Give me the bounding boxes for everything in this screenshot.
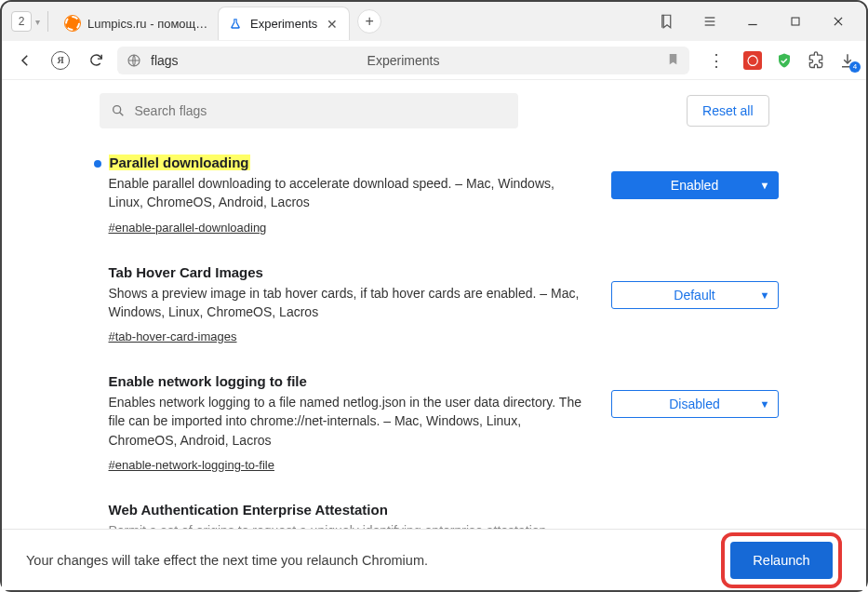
yandex-icon: Я bbox=[51, 51, 70, 70]
tab-count-badge[interactable]: 2 bbox=[11, 11, 32, 32]
svg-rect-4 bbox=[792, 18, 799, 25]
dropdown-label: Enabled bbox=[671, 178, 718, 193]
downloads-button[interactable]: 4 bbox=[838, 51, 857, 70]
flag-anchor-link[interactable]: #enable-parallel-downloading bbox=[109, 221, 267, 235]
chevron-down-icon: ▼ bbox=[760, 180, 770, 191]
flag-enable-network-logging-to-file: Enable network logging to file Enables n… bbox=[109, 360, 779, 489]
flag-description: Enable parallel downloading to accelerat… bbox=[109, 174, 593, 212]
flag-state-dropdown[interactable]: Disabled ▼ bbox=[611, 390, 779, 418]
more-menu-button[interactable]: ⋮ bbox=[702, 47, 730, 74]
chevron-down-icon: ▼ bbox=[760, 398, 770, 410]
flask-icon bbox=[228, 17, 243, 32]
reset-all-button[interactable]: Reset all bbox=[687, 95, 768, 127]
window-maximize-button[interactable] bbox=[782, 8, 808, 34]
lumpics-favicon-icon bbox=[65, 16, 80, 31]
tab-title: Lumpics.ru - помощь с ко bbox=[87, 17, 208, 31]
tab-experiments[interactable]: Experiments ✕ bbox=[218, 7, 350, 40]
flag-title: Enable network logging to file bbox=[109, 373, 593, 389]
relaunch-button[interactable]: Relaunch bbox=[730, 542, 833, 579]
flag-web-authn-enterprise-attestation: Web Authentication Enterprise Attestatio… bbox=[109, 489, 779, 529]
flag-description: Permit a set of origins to request a uni… bbox=[109, 521, 593, 529]
flag-parallel-downloading: Parallel downloading Enable parallel dow… bbox=[109, 141, 779, 251]
browser-window: 2 ▾ Lumpics.ru - помощь с ко Experiments… bbox=[0, 0, 868, 592]
close-icon[interactable]: ✕ bbox=[325, 17, 340, 32]
experiments-page: Search flags Reset all Parallel download… bbox=[2, 80, 866, 529]
window-close-button[interactable] bbox=[825, 8, 851, 34]
flag-state-dropdown[interactable]: Enabled ▼ bbox=[611, 171, 779, 199]
bookmarks-all-icon[interactable] bbox=[654, 8, 680, 34]
flags-header: Search flags Reset all bbox=[100, 80, 769, 141]
search-icon bbox=[111, 103, 126, 118]
url-text: flags bbox=[151, 53, 179, 68]
plus-icon: + bbox=[366, 13, 374, 30]
flag-tab-hover-card-images: Tab Hover Card Images Shows a preview im… bbox=[109, 251, 779, 361]
protect-shield-icon[interactable] bbox=[775, 51, 794, 70]
search-flags-input[interactable]: Search flags bbox=[100, 93, 518, 128]
back-button[interactable] bbox=[11, 47, 39, 74]
flag-description: Shows a preview image in tab hover cards… bbox=[109, 284, 593, 322]
svg-point-8 bbox=[113, 106, 120, 114]
page-title-center: Experiments bbox=[367, 53, 440, 68]
tab-title: Experiments bbox=[250, 17, 317, 31]
search-placeholder: Search flags bbox=[135, 103, 207, 118]
flag-title: Parallel downloading bbox=[109, 155, 593, 170]
flag-anchor-link[interactable]: #enable-network-logging-to-file bbox=[109, 458, 275, 472]
adblock-extension-icon[interactable]: ◯ bbox=[743, 51, 762, 70]
flag-description: Enables network logging to a file named … bbox=[109, 393, 593, 450]
new-tab-button[interactable]: + bbox=[357, 9, 381, 34]
menu-icon[interactable] bbox=[697, 8, 723, 34]
relaunch-message: Your changes will take effect the next t… bbox=[26, 553, 428, 568]
tab-lumpics[interactable]: Lumpics.ru - помощь с ко bbox=[56, 7, 218, 40]
flag-title: Web Authentication Enterprise Attestatio… bbox=[109, 502, 593, 518]
flags-list: Parallel downloading Enable parallel dow… bbox=[90, 141, 779, 529]
dropdown-label: Default bbox=[674, 288, 714, 303]
window-minimize-button[interactable] bbox=[740, 8, 766, 34]
site-info-icon[interactable] bbox=[127, 53, 141, 68]
highlight-annotation: Relaunch bbox=[721, 532, 842, 588]
flag-anchor-link[interactable]: #tab-hover-card-images bbox=[109, 330, 237, 343]
extensions-button[interactable] bbox=[807, 51, 825, 70]
svg-line-9 bbox=[119, 113, 123, 116]
downloads-badge: 4 bbox=[849, 61, 861, 73]
tab-bar: 2 ▾ Lumpics.ru - помощь с ко Experiments… bbox=[2, 2, 866, 41]
omnibox[interactable]: flags Experiments bbox=[117, 47, 689, 74]
chevron-down-icon: ▼ bbox=[760, 289, 770, 301]
reload-button[interactable] bbox=[82, 47, 110, 74]
content-area: Search flags Reset all Parallel download… bbox=[2, 80, 866, 529]
chevron-down-icon[interactable]: ▾ bbox=[35, 17, 40, 27]
home-button[interactable]: Я bbox=[47, 47, 74, 74]
address-bar: Я flags Experiments ⋮ ◯ bbox=[2, 41, 866, 80]
bookmark-icon[interactable] bbox=[666, 52, 680, 69]
dropdown-label: Disabled bbox=[669, 397, 719, 411]
relaunch-footer: Your changes will take effect the next t… bbox=[2, 529, 866, 590]
flag-title: Tab Hover Card Images bbox=[109, 264, 593, 280]
toolbar-right: ⋮ ◯ 4 bbox=[697, 47, 857, 74]
separator bbox=[47, 11, 48, 32]
flag-state-dropdown[interactable]: Default ▼ bbox=[611, 281, 779, 309]
